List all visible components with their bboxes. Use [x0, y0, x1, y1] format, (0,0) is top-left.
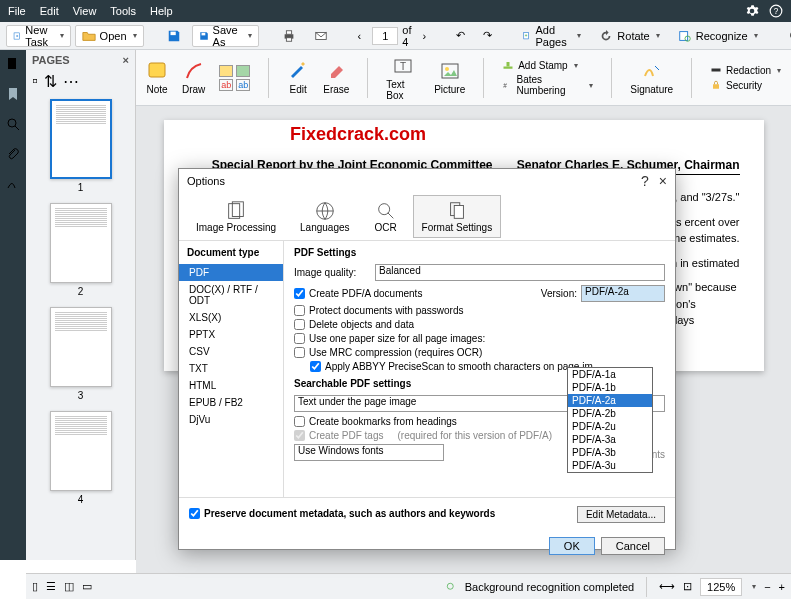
- bookmarks-rail-icon[interactable]: [5, 86, 21, 102]
- settings-icon[interactable]: [745, 4, 759, 18]
- note-button[interactable]: Note: [146, 60, 168, 95]
- view-single-icon[interactable]: ▯: [32, 580, 38, 593]
- preserve-metadata-checkbox[interactable]: [189, 508, 200, 519]
- save-button[interactable]: [160, 25, 188, 47]
- version-opt-3b[interactable]: PDF/A-3b: [568, 446, 652, 459]
- recognize-button[interactable]: Recognize▾: [671, 25, 765, 47]
- pages-add-icon[interactable]: ▫: [32, 72, 38, 91]
- pages-rail-icon[interactable]: [5, 56, 21, 72]
- format-djvu[interactable]: DjVu: [179, 411, 283, 428]
- strikethrough-button[interactable]: ab: [219, 79, 233, 91]
- redo-button[interactable]: ↷: [476, 25, 499, 47]
- redaction-button[interactable]: Redaction▾: [710, 64, 781, 76]
- version-select[interactable]: PDF/A-2a: [581, 285, 665, 302]
- bookmarks-checkbox[interactable]: [294, 416, 305, 427]
- add-stamp-button[interactable]: Add Stamp▾: [502, 59, 593, 71]
- page-thumb-1[interactable]: 1: [50, 99, 112, 193]
- undo-button[interactable]: ↶: [449, 25, 472, 47]
- zoom-input[interactable]: [700, 578, 742, 596]
- highlight-green-button[interactable]: [236, 65, 250, 77]
- one-paper-checkbox[interactable]: [294, 333, 305, 344]
- version-opt-3a[interactable]: PDF/A-3a: [568, 433, 652, 446]
- dialog-help-icon[interactable]: ?: [641, 173, 649, 189]
- menu-file[interactable]: File: [8, 5, 26, 17]
- next-page-button[interactable]: ›: [415, 25, 433, 47]
- delete-objects-checkbox[interactable]: [294, 319, 305, 330]
- security-button[interactable]: Security: [710, 79, 781, 91]
- edit-metadata-button[interactable]: Edit Metadata...: [577, 506, 665, 523]
- search-button[interactable]: [781, 25, 791, 47]
- open-button[interactable]: Open▾: [75, 25, 144, 47]
- view-cover-icon[interactable]: ▭: [82, 580, 92, 593]
- picture-button[interactable]: Picture: [434, 60, 465, 95]
- signature-rail-icon[interactable]: [5, 176, 21, 192]
- version-opt-2u[interactable]: PDF/A-2u: [568, 420, 652, 433]
- page-thumb-3[interactable]: 3: [50, 307, 112, 401]
- format-pptx[interactable]: PPTX: [179, 326, 283, 343]
- version-opt-3u[interactable]: PDF/A-3u: [568, 459, 652, 472]
- bates-numbering-button[interactable]: #Bates Numbering▾: [502, 74, 593, 96]
- abbyy-checkbox[interactable]: [310, 361, 321, 372]
- menu-help[interactable]: Help: [150, 5, 173, 17]
- view-continuous-icon[interactable]: ☰: [46, 580, 56, 593]
- tab-image-processing[interactable]: Image Processing: [187, 195, 285, 238]
- version-opt-2a[interactable]: PDF/A-2a: [568, 394, 652, 407]
- format-txt[interactable]: TXT: [179, 360, 283, 377]
- version-opt-1a[interactable]: PDF/A-1a: [568, 368, 652, 381]
- version-opt-2b[interactable]: PDF/A-2b: [568, 407, 652, 420]
- page-thumb-4[interactable]: 4: [50, 411, 112, 505]
- tab-format-settings[interactable]: Format Settings: [413, 195, 502, 238]
- format-docx[interactable]: DOC(X) / RTF / ODT: [179, 281, 283, 309]
- add-pages-button[interactable]: Add Pages▾: [515, 25, 588, 47]
- cancel-button[interactable]: Cancel: [601, 537, 665, 555]
- tab-ocr[interactable]: OCR: [365, 195, 407, 238]
- format-epub[interactable]: EPUB / FB2: [179, 394, 283, 411]
- format-csv[interactable]: CSV: [179, 343, 283, 360]
- email-button[interactable]: [307, 25, 335, 47]
- format-html[interactable]: HTML: [179, 377, 283, 394]
- rotate-button[interactable]: Rotate▾: [592, 25, 666, 47]
- pages-move-icon[interactable]: ⇅: [44, 72, 57, 91]
- page-number-input[interactable]: [372, 27, 398, 45]
- dialog-close-icon[interactable]: ×: [659, 173, 667, 189]
- underline-button[interactable]: ab: [236, 79, 250, 91]
- zoom-out-button[interactable]: −: [764, 581, 770, 593]
- fit-width-icon[interactable]: ⟷: [659, 580, 675, 593]
- menu-view[interactable]: View: [73, 5, 97, 17]
- zoom-in-button[interactable]: +: [779, 581, 785, 593]
- bates-icon: #: [502, 79, 512, 91]
- pages-more-icon[interactable]: ⋯: [63, 72, 79, 91]
- page-thumb-2[interactable]: 2: [50, 203, 112, 297]
- print-button[interactable]: [275, 25, 303, 47]
- help-icon[interactable]: ?: [769, 4, 783, 18]
- pages-panel-close[interactable]: ×: [123, 54, 129, 66]
- textbox-button[interactable]: T Text Box: [386, 55, 420, 101]
- edit-button[interactable]: Edit: [287, 60, 309, 95]
- prev-page-button[interactable]: ‹: [351, 25, 369, 47]
- tab-languages[interactable]: Languages: [291, 195, 359, 238]
- fit-page-icon[interactable]: ⊡: [683, 580, 692, 593]
- version-dropdown[interactable]: PDF/A-1a PDF/A-1b PDF/A-2a PDF/A-2b PDF/…: [567, 367, 653, 473]
- highlight-yellow-button[interactable]: [219, 65, 233, 77]
- folder-icon: [82, 29, 96, 43]
- version-opt-1b[interactable]: PDF/A-1b: [568, 381, 652, 394]
- search-rail-icon[interactable]: [5, 116, 21, 132]
- draw-button[interactable]: Draw: [182, 60, 205, 95]
- save-as-button[interactable]: Save As▾: [192, 25, 259, 47]
- new-task-button[interactable]: New Task▾: [6, 25, 71, 47]
- ok-button[interactable]: OK: [549, 537, 595, 555]
- protect-checkbox[interactable]: [294, 305, 305, 316]
- fonts-select[interactable]: Use Windows fonts: [294, 444, 444, 461]
- create-pdfa-checkbox[interactable]: [294, 288, 305, 299]
- svg-rect-14: [149, 63, 165, 77]
- image-quality-select[interactable]: Balanced: [375, 264, 665, 281]
- mrc-checkbox[interactable]: [294, 347, 305, 358]
- format-pdf[interactable]: PDF: [179, 264, 283, 281]
- menu-edit[interactable]: Edit: [40, 5, 59, 17]
- menu-tools[interactable]: Tools: [110, 5, 136, 17]
- view-two-icon[interactable]: ◫: [64, 580, 74, 593]
- attachments-rail-icon[interactable]: [5, 146, 21, 162]
- erase-button[interactable]: Erase: [323, 60, 349, 95]
- signature-button[interactable]: Signature: [630, 60, 673, 95]
- format-xlsx[interactable]: XLS(X): [179, 309, 283, 326]
